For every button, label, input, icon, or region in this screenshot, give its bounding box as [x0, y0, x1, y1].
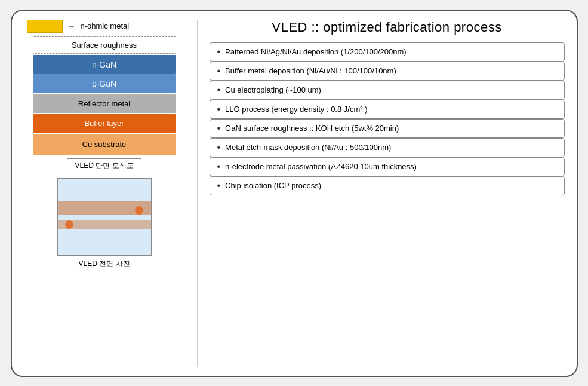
process-step-8: •Chip isolation (ICP process) [210, 176, 565, 195]
bullet-icon: • [217, 180, 221, 191]
bullet-icon: • [217, 104, 221, 115]
n-gan-layer: n-GaN [33, 55, 176, 74]
reflector-layer: Reflector metal [33, 94, 176, 113]
process-step-4: •LLO process (energy density : 0.8 J/cm²… [210, 100, 565, 119]
process-step-text: Buffer metal deposition (Ni/Au/Ni : 100/… [225, 66, 396, 75]
buffer-layer: Buffer layer [33, 114, 176, 133]
process-step-1: •Patterned Ni/Ag/Ni/Au deposition (1/200… [210, 42, 565, 62]
surface-roughness-label: Surface roughness [72, 41, 137, 50]
bullet-icon: • [217, 142, 221, 153]
vled-photo [57, 178, 152, 256]
surface-roughness-layer: Surface roughness [33, 36, 176, 54]
p-gan-layer: p-GaN [33, 74, 176, 93]
main-container: → n-ohmic metal Surface roughness n-GaN … [11, 10, 578, 377]
process-step-text: Metal etch-mask deposition (Ni/Au : 500/… [225, 143, 391, 152]
reflector-label: Reflector metal [78, 99, 130, 108]
process-step-7: •n-electrode metal passivation (AZ4620 1… [210, 157, 565, 176]
p-gan-label: p-GaN [92, 79, 116, 88]
process-step-text: Patterned Ni/Ag/Ni/Au deposition (1/200/… [225, 47, 407, 56]
cross-section-label-box: VLED 단면 모식도 [67, 158, 141, 173]
process-step-text: GaN surface roughness :: KOH etch (5wt% … [225, 124, 399, 133]
n-ohmic-box [27, 20, 63, 33]
bullet-icon: • [217, 47, 221, 57]
n-ohmic-row: → n-ohmic metal [27, 20, 130, 33]
bullet-icon: • [217, 161, 221, 172]
page-title: VLED :: optimized fabrication process [210, 20, 565, 35]
vertical-divider [197, 20, 198, 367]
left-panel: → n-ohmic metal Surface roughness n-GaN … [18, 17, 191, 370]
bullet-icon: • [217, 85, 221, 96]
photo-inner [58, 179, 151, 255]
process-step-text: n-electrode metal passivation (AZ4620 10… [225, 162, 417, 171]
process-step-3: •Cu electroplating (~100 um) [210, 81, 565, 100]
cu-substrate-label: Cu substrate [82, 140, 127, 149]
process-step-2: •Buffer metal deposition (Ni/Au/Ni : 100… [210, 62, 565, 81]
photo-label: VLED 전면 사진 [78, 259, 130, 269]
right-panel: VLED :: optimized fabrication process •P… [204, 17, 571, 370]
n-gan-label: n-GaN [92, 60, 116, 69]
process-step-text: Chip isolation (ICP process) [225, 181, 321, 190]
process-step-6: •Metal etch-mask deposition (Ni/Au : 500… [210, 138, 565, 157]
cross-section-label: VLED 단면 모식도 [75, 161, 133, 170]
cu-substrate-layer: Cu substrate [33, 134, 176, 155]
photo-dot2 [65, 220, 73, 229]
n-ohmic-label: n-ohmic metal [81, 22, 130, 30]
buffer-label: Buffer layer [84, 119, 124, 128]
process-step-5: •GaN surface roughness :: KOH etch (5wt%… [210, 119, 565, 138]
process-step-text: Cu electroplating (~100 um) [225, 85, 321, 94]
process-list: •Patterned Ni/Ag/Ni/Au deposition (1/200… [210, 42, 565, 195]
bullet-icon: • [217, 66, 221, 76]
arrow-icon: → [67, 22, 76, 31]
bullet-icon: • [217, 123, 221, 134]
photo-dot1 [135, 206, 143, 215]
process-step-text: LLO process (energy density : 0.8 J/cm² … [225, 105, 367, 114]
